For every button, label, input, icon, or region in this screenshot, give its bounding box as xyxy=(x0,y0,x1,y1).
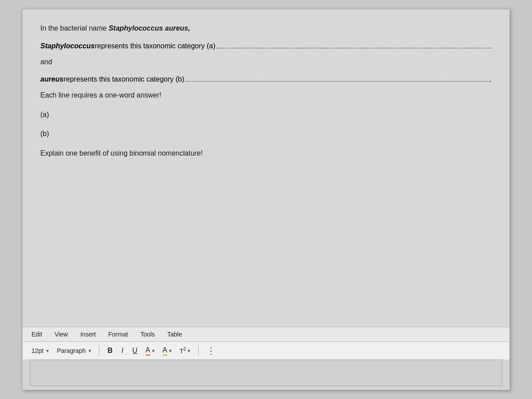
and-text: and xyxy=(40,56,492,68)
paragraph-1: In the bacterial name Staphylococcus aur… xyxy=(40,23,492,34)
more-options-button[interactable]: ⋮ xyxy=(204,344,218,357)
highlight-chevron: ▼ xyxy=(168,348,172,353)
paragraph-6: (a) xyxy=(40,109,492,121)
menu-edit[interactable]: Edit xyxy=(30,330,44,339)
superscript-icon: T2 xyxy=(180,347,186,355)
highlight-button[interactable]: A ▼ xyxy=(161,345,175,356)
menu-format[interactable]: Format xyxy=(106,330,129,339)
menu-bar: Edit View Insert Format Tools Table xyxy=(23,327,509,341)
content-area: In the bacterial name Staphylococcus aur… xyxy=(23,9,509,327)
blank-b xyxy=(185,81,490,82)
menu-view[interactable]: View xyxy=(53,330,70,339)
paragraph-select[interactable]: Paragraph ▼ xyxy=(55,346,94,355)
editor-container: In the bacterial name Staphylococcus aur… xyxy=(22,9,510,390)
italic-button[interactable]: I xyxy=(119,346,126,356)
menu-tools[interactable]: Tools xyxy=(139,330,157,339)
font-color-button[interactable]: A ▼ xyxy=(144,345,157,356)
blank-a xyxy=(216,48,492,48)
intro-line: In the bacterial name Staphylococcus aur… xyxy=(40,23,492,34)
formatting-toolbar: 12pt ▼ Paragraph ▼ B I U A ▼ A ▼ T2 ▼ ⋮ xyxy=(23,341,509,360)
staphylococcus-line: Staphylococcus represents this taxonomic… xyxy=(40,42,492,50)
divider-2 xyxy=(198,345,199,356)
font-size-select[interactable]: 12pt ▼ xyxy=(30,346,51,355)
font-color-chevron: ▼ xyxy=(151,348,156,353)
highlight-icon: A xyxy=(163,346,168,356)
taxonomic-b-text: represents this taxonomic category (b) xyxy=(63,75,184,83)
font-size-value: 12pt xyxy=(31,347,43,354)
paragraph-chevron: ▼ xyxy=(88,348,92,353)
genus-name-bold: Staphylococcus xyxy=(40,42,95,50)
divider-1 xyxy=(99,345,99,356)
period: . xyxy=(490,75,492,83)
one-word-instruction: Each line requires a one-word answer! xyxy=(40,90,492,101)
paragraph-8: Explain one benefit of using binomial no… xyxy=(40,148,492,159)
bold-button[interactable]: B xyxy=(105,346,115,356)
intro-text: In the bacterial name xyxy=(40,24,109,32)
paragraph-5: Each line requires a one-word answer! xyxy=(40,90,492,101)
menu-insert[interactable]: Insert xyxy=(78,330,98,339)
explain-benefit-text: Explain one benefit of using binomial no… xyxy=(40,148,492,159)
species-name-italic: Staphylococcus aureus, xyxy=(109,24,190,32)
answer-b-label: (b) xyxy=(40,128,492,140)
superscript-button[interactable]: T2 ▼ xyxy=(178,346,193,356)
aureus-line: aureus represents this taxonomic categor… xyxy=(40,75,492,83)
species-name-bold: aureus xyxy=(40,75,63,83)
paragraph-4: aureus represents this taxonomic categor… xyxy=(40,75,492,83)
superscript-chevron: ▼ xyxy=(187,348,191,353)
paragraph-7: (b) xyxy=(40,128,492,140)
font-size-chevron: ▼ xyxy=(45,348,50,353)
paragraph-2: Staphylococcus represents this taxonomic… xyxy=(40,42,492,50)
answer-a-label: (a) xyxy=(40,109,492,121)
paragraph-value: Paragraph xyxy=(57,347,86,354)
paragraph-3: and xyxy=(40,56,492,68)
menu-table[interactable]: Table xyxy=(165,330,184,339)
text-input-area[interactable] xyxy=(30,360,502,386)
font-color-icon: A xyxy=(145,346,150,356)
taxonomic-a-text: represents this taxonomic category (a) xyxy=(95,42,215,50)
underline-button[interactable]: U xyxy=(129,346,140,356)
